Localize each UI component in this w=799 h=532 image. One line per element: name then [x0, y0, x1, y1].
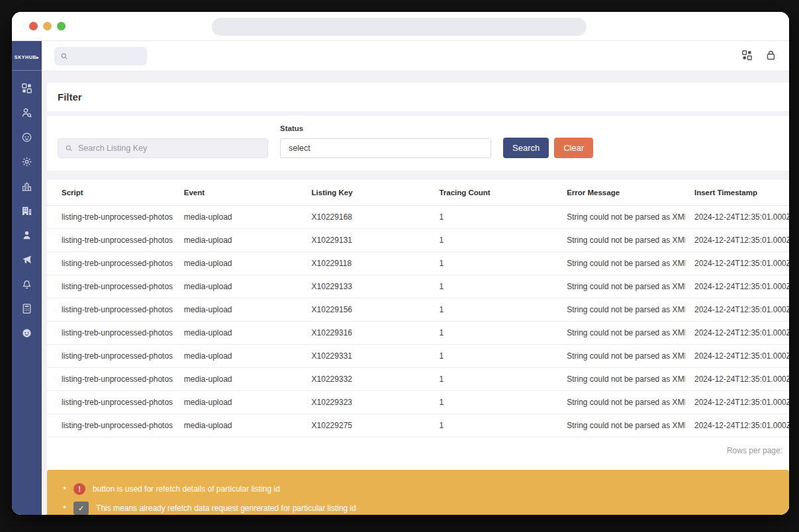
titlebar: [12, 12, 789, 41]
app-logo[interactable]: SKYHUB▸: [12, 41, 42, 71]
table-cell: media-upload: [175, 368, 303, 391]
table-cell: X10229323: [303, 391, 430, 414]
global-search-box[interactable]: [54, 47, 147, 66]
pagination-bar: Rows per page:: [47, 437, 789, 465]
table-cell: String could not be parsed as XML: [557, 414, 685, 437]
table-cell: X10229275: [303, 414, 430, 437]
settings-gear-icon: [21, 156, 32, 167]
table-row[interactable]: listing-treb-unprocessed-photosmedia-upl…: [47, 229, 789, 252]
zoom-button[interactable]: [57, 22, 66, 30]
dashboard-icon: [21, 83, 32, 94]
apps-grid-icon: [741, 50, 753, 63]
window-controls: [29, 22, 66, 30]
sidebar-item-chat-face[interactable]: [12, 321, 42, 345]
results-table-panel: ScriptEventListing KeyTracing CountError…: [47, 180, 789, 465]
lock-button[interactable]: [765, 50, 776, 63]
table-cell: String could not be parsed as XML: [557, 391, 685, 414]
table-row[interactable]: listing-treb-unprocessed-photosmedia-upl…: [47, 275, 789, 298]
page-content: Filter Status select Search Clear: [42, 71, 789, 515]
table-cell: listing-treb-unprocessed-photos: [47, 252, 175, 275]
sidebar-item-megaphone[interactable]: [12, 247, 42, 272]
apps-grid-button[interactable]: [741, 50, 753, 63]
column-header: Listing Key: [303, 180, 430, 206]
notification-bell-icon: [21, 279, 32, 290]
table-cell: media-upload: [175, 345, 303, 368]
minimize-button[interactable]: [43, 22, 52, 30]
table-cell: 1: [430, 345, 557, 368]
chat-face-icon: [21, 328, 32, 339]
table-cell: 2024-12-24T12:35:01.000Z: [685, 229, 789, 252]
sidebar-item-face[interactable]: [12, 125, 42, 150]
status-select[interactable]: select: [280, 138, 491, 158]
notice-text: button is used for refetch details of pa…: [93, 484, 280, 494]
table-row[interactable]: listing-treb-unprocessed-photosmedia-upl…: [47, 368, 789, 391]
table-cell: String could not be parsed as XML: [557, 298, 685, 322]
listing-key-search-box[interactable]: [58, 138, 268, 158]
sidebar-item-city-building[interactable]: [12, 174, 42, 199]
table-header-row: ScriptEventListing KeyTracing CountError…: [47, 180, 789, 206]
table-cell: media-upload: [175, 298, 303, 322]
rows-per-page-label: Rows per page:: [727, 446, 782, 455]
table-cell: 1: [430, 275, 557, 298]
notice-text: This means already refetch data request …: [96, 504, 356, 513]
table-cell: 1: [430, 229, 557, 252]
table-cell: 2024-12-24T12:35:01.000Z: [685, 391, 789, 414]
sidebar-item-user[interactable]: [12, 223, 42, 247]
table-cell: X10229118: [303, 252, 430, 275]
global-search-input[interactable]: [73, 52, 141, 61]
search-button[interactable]: Search: [503, 138, 549, 158]
close-button[interactable]: [29, 22, 38, 30]
city-building-icon: [21, 181, 32, 192]
sidebar-nav: [12, 71, 42, 345]
table-cell: 2024-12-24T12:35:01.000Z: [685, 252, 789, 275]
table-cell: 2024-12-24T12:35:01.000Z: [685, 368, 789, 391]
table-cell: 2024-12-24T12:35:01.000Z: [685, 275, 789, 298]
table-row[interactable]: listing-treb-unprocessed-photosmedia-upl…: [47, 322, 789, 345]
sidebar-item-office-building[interactable]: [12, 199, 42, 223]
listing-key-search-input[interactable]: [78, 144, 261, 153]
table-row[interactable]: listing-treb-unprocessed-photosmedia-upl…: [47, 252, 789, 275]
main-area: Filter Status select Search Clear: [42, 41, 789, 515]
table-cell: listing-treb-unprocessed-photos: [47, 391, 175, 414]
user-search-icon: [21, 107, 32, 118]
table-cell: listing-treb-unprocessed-photos: [47, 275, 175, 298]
sidebar-item-user-search[interactable]: [12, 101, 42, 125]
sidebar-item-calculator[interactable]: [12, 296, 42, 321]
check-square-icon: ✓: [73, 502, 89, 515]
search-icon: [65, 144, 73, 152]
sidebar: SKYHUB▸: [12, 41, 42, 515]
error-circle-icon: !: [73, 483, 85, 495]
table-cell: media-upload: [175, 206, 303, 229]
sidebar-item-dashboard[interactable]: [12, 76, 42, 101]
browser-address-bar[interactable]: [212, 18, 587, 36]
status-label: Status: [280, 124, 491, 132]
column-header: Script: [47, 180, 175, 206]
clear-button[interactable]: Clear: [554, 138, 593, 158]
table-cell: listing-treb-unprocessed-photos: [47, 345, 175, 368]
table-row[interactable]: listing-treb-unprocessed-photosmedia-upl…: [47, 298, 789, 322]
table-row[interactable]: listing-treb-unprocessed-photosmedia-upl…: [47, 414, 789, 437]
table-row[interactable]: listing-treb-unprocessed-photosmedia-upl…: [47, 345, 789, 368]
table-row[interactable]: listing-treb-unprocessed-photosmedia-upl…: [47, 391, 789, 414]
table-row[interactable]: listing-treb-unprocessed-photosmedia-upl…: [47, 206, 789, 229]
table-cell: 1: [430, 414, 557, 437]
table-cell: 2024-12-24T12:35:01.000Z: [685, 206, 789, 229]
face-icon: [21, 132, 32, 143]
table-cell: listing-treb-unprocessed-photos: [47, 414, 175, 437]
notice-item: *✓This means already refetch data reques…: [63, 502, 773, 515]
table-cell: 2024-12-24T12:35:01.000Z: [685, 345, 789, 368]
topbar-actions: [741, 50, 776, 63]
table-cell: X10229133: [303, 275, 430, 298]
table-cell: 1: [430, 368, 557, 391]
table-cell: media-upload: [175, 229, 303, 252]
sidebar-item-notification-bell[interactable]: [12, 272, 42, 296]
table-cell: X10229331: [303, 345, 430, 368]
sidebar-item-settings-gear[interactable]: [12, 150, 42, 174]
filter-buttons: Search Clear: [503, 138, 593, 158]
column-header: Tracing Count: [430, 180, 557, 206]
search-icon: [60, 52, 68, 60]
table-cell: media-upload: [175, 322, 303, 345]
results-table: ScriptEventListing KeyTracing CountError…: [47, 180, 789, 437]
table-cell: listing-treb-unprocessed-photos: [47, 368, 175, 391]
table-cell: listing-treb-unprocessed-photos: [47, 322, 175, 345]
